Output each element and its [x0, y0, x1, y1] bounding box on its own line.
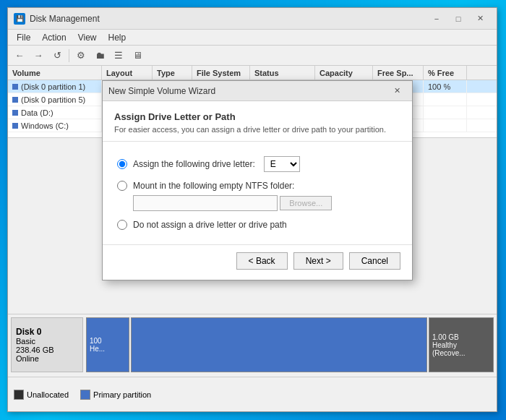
partition-size: 1.00 GB: [432, 333, 490, 341]
dialog-footer: < Back Next > Cancel: [103, 244, 412, 280]
toolbar-monitor[interactable]: 🖥: [129, 48, 146, 64]
drive-letter-select[interactable]: E D F G: [264, 156, 300, 172]
menu-help[interactable]: Help: [103, 31, 132, 44]
minimize-button[interactable]: −: [426, 9, 447, 29]
option-mount-folder-radio-row: Mount in the following empty NTFS folder…: [117, 181, 398, 191]
folder-path-input[interactable]: [133, 195, 278, 211]
col-header-fs[interactable]: File System: [192, 66, 250, 80]
radio-assign-letter[interactable]: [117, 159, 127, 169]
col-header-status[interactable]: Status: [250, 66, 315, 80]
cell-volume: Data (D:): [8, 106, 102, 119]
col-header-volume[interactable]: Volume: [8, 66, 102, 80]
partition-status: He...: [90, 345, 126, 353]
legend-primary: Primary partition: [80, 390, 151, 400]
cell-freepct: [424, 93, 467, 106]
disk-size: 238.46 GB: [16, 346, 78, 354]
col-header-freepct[interactable]: % Free: [424, 66, 467, 80]
maximize-button[interactable]: □: [447, 9, 469, 29]
wizard-dialog: New Simple Volume Wizard ✕ Assign Drive …: [102, 80, 413, 280]
menu-bar: File Action View Help: [8, 30, 497, 46]
label-assign-letter: Assign the following drive letter:: [133, 159, 255, 169]
partition-2[interactable]: [131, 317, 427, 372]
disk-area: Disk 0 Basic 238.46 GB Online 100 He... …: [8, 314, 497, 375]
menu-view[interactable]: View: [72, 31, 103, 44]
toolbar: ← → ↺ ⚙ 🖿 ☰ 🖥: [8, 46, 497, 66]
option-mount-folder-row: Mount in the following empty NTFS folder…: [117, 181, 398, 211]
cell-freepct: 100 %: [424, 80, 467, 93]
menu-file[interactable]: File: [11, 31, 36, 44]
option-no-assign-row: Do not assign a drive letter or drive pa…: [117, 220, 398, 230]
radio-mount-folder[interactable]: [117, 181, 127, 191]
disk-status: Online: [16, 354, 78, 363]
dialog-heading: Assign Drive Letter or Path: [114, 111, 400, 122]
partition-recovery[interactable]: 1.00 GB Healthy (Recove...: [429, 317, 494, 372]
cell-freepct: [424, 106, 467, 119]
dialog-title: New Simple Volume Wizard: [108, 86, 387, 96]
back-button[interactable]: < Back: [236, 252, 288, 270]
app-icon: 💾: [14, 13, 25, 25]
partition-status: Healthy (Recove...: [432, 341, 490, 357]
toolbar-back[interactable]: ←: [11, 48, 28, 64]
legend-box-unallocated: [14, 390, 24, 400]
cancel-button[interactable]: Cancel: [349, 252, 400, 270]
col-header-layout[interactable]: Layout: [102, 66, 153, 80]
main-window: 💾 Disk Management − □ ✕ File Action View…: [7, 7, 497, 412]
dialog-description: For easier access, you can assign a driv…: [114, 125, 400, 134]
cell-volume: (Disk 0 partition 5): [8, 93, 102, 106]
disk-type: Basic: [16, 337, 78, 346]
dialog-title-bar: New Simple Volume Wizard ✕: [103, 81, 412, 101]
toolbar-separator: [69, 49, 69, 62]
toolbar-list[interactable]: ☰: [110, 48, 127, 64]
cell-freepct: [424, 119, 467, 132]
dialog-close-button[interactable]: ✕: [387, 83, 406, 99]
radio-no-assign[interactable]: [117, 220, 127, 230]
cell-volume: Windows (C:): [8, 119, 102, 132]
window-title: Disk Management: [30, 14, 426, 24]
dialog-body: Assign the following drive letter: E D F…: [103, 142, 412, 237]
partition-size: 100: [90, 337, 126, 345]
legend-label-primary: Primary partition: [93, 390, 151, 399]
partition-1[interactable]: 100 He...: [86, 317, 129, 372]
toolbar-settings[interactable]: ⚙: [72, 48, 90, 64]
toolbar-folder[interactable]: 🖿: [91, 48, 108, 64]
toolbar-forward[interactable]: →: [30, 48, 47, 64]
dialog-header: Assign Drive Letter or Path For easier a…: [103, 101, 412, 142]
label-no-assign: Do not assign a drive letter or drive pa…: [133, 220, 287, 230]
next-button[interactable]: Next >: [293, 252, 343, 270]
browse-row: Browse...: [133, 195, 398, 211]
cell-volume: (Disk 0 partition 1): [8, 80, 102, 93]
title-bar-buttons: − □ ✕: [426, 9, 491, 29]
close-button[interactable]: ✕: [469, 9, 491, 29]
drive-assignment-options: Assign the following drive letter: E D F…: [117, 156, 398, 230]
title-bar: 💾 Disk Management − □ ✕: [8, 8, 497, 30]
option-assign-letter-row: Assign the following drive letter: E D F…: [117, 156, 398, 172]
menu-action[interactable]: Action: [36, 31, 72, 44]
col-header-freesp[interactable]: Free Sp...: [373, 66, 424, 80]
table-header: Volume Layout Type File System Status Ca…: [8, 66, 497, 80]
browse-button[interactable]: Browse...: [280, 196, 332, 210]
toolbar-refresh[interactable]: ↺: [48, 48, 66, 64]
label-mount-folder: Mount in the following empty NTFS folder…: [133, 181, 294, 191]
legend-unallocated: Unallocated: [14, 390, 69, 400]
col-header-type[interactable]: Type: [153, 66, 192, 80]
disk-partitions: 100 He... 1.00 GB Healthy (Recove...: [86, 317, 494, 372]
disk-label: Disk 0 Basic 238.46 GB Online: [11, 317, 83, 372]
legend-label-unallocated: Unallocated: [27, 390, 69, 399]
disk-name: Disk 0: [16, 327, 78, 337]
status-bar: Unallocated Primary partition: [8, 377, 497, 411]
legend-box-primary: [80, 390, 90, 400]
col-header-capacity[interactable]: Capacity: [315, 66, 373, 80]
